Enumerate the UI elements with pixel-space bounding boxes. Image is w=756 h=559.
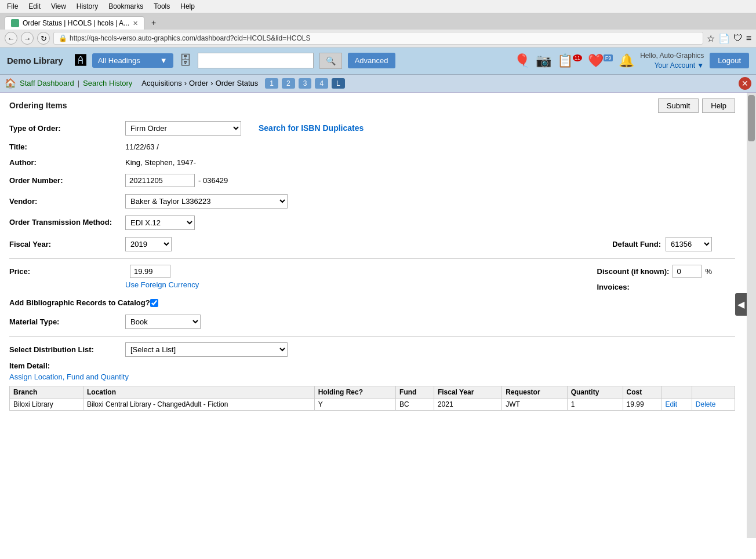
col-location: Location (83, 386, 315, 399)
submit-button[interactable]: Submit (658, 98, 699, 113)
close-button[interactable]: ✕ (739, 77, 751, 90)
balloon-icon[interactable]: 🎈 (514, 53, 530, 68)
reader-icon[interactable]: 📄 (718, 33, 730, 44)
home-icon[interactable]: 🏠 (5, 78, 16, 89)
list-icon[interactable]: 📋11 (557, 53, 582, 68)
menu-bookmarks[interactable]: Bookmarks (104, 1, 148, 12)
col-action1 (662, 386, 692, 399)
menu-file[interactable]: File (2, 1, 23, 12)
nav-search-history[interactable]: Search History (83, 79, 132, 87)
menu-view[interactable]: View (46, 1, 71, 12)
nav-separator-1: | (78, 79, 79, 87)
camera-icon[interactable]: 📷 (536, 53, 551, 68)
edit-link[interactable]: Edit (665, 400, 677, 408)
help-button[interactable]: Help (702, 98, 735, 113)
delete-link[interactable]: Delete (696, 400, 716, 408)
ordering-header: Ordering Items Submit Help (9, 98, 747, 113)
menu-tools[interactable]: Tools (149, 1, 175, 12)
default-fund-label: Default Fund: (612, 240, 661, 249)
headings-dropdown[interactable]: All Headings ▼ (92, 53, 173, 68)
search-input[interactable] (198, 53, 314, 68)
advanced-button[interactable]: Advanced (348, 53, 395, 68)
dropdown-arrow-icon: ▼ (160, 56, 168, 65)
side-collapse-button[interactable]: ◀ (735, 293, 747, 316)
ordering-title: Ordering Items (9, 101, 67, 110)
nav-bar: 🏠 Staff Dashboard | Search History Acqui… (0, 75, 756, 93)
address-field[interactable]: 🔒 https://qa-hcols-verso.auto-graphics.c… (53, 32, 703, 45)
bookmark-icon[interactable]: ☆ (707, 33, 715, 44)
type-of-order-select[interactable]: Firm Order Standing Order Approval (125, 121, 241, 136)
distribution-select[interactable]: [Select a List] (125, 342, 288, 357)
forward-button[interactable]: → (21, 32, 34, 45)
logout-button[interactable]: Logout (710, 53, 749, 68)
menu-edit[interactable]: Edit (24, 1, 45, 12)
fiscal-year-label: Fiscal Year: (9, 240, 125, 249)
step-3-button[interactable]: 3 (299, 78, 312, 89)
order-number-suffix: - 036429 (198, 176, 228, 185)
col-action2 (692, 386, 735, 399)
step-l-button[interactable]: L (332, 78, 345, 89)
database-icon[interactable]: 🗄 (179, 53, 192, 68)
discount-label: Discount (if known): (597, 267, 670, 276)
assign-location-link[interactable]: Assign Location, Fund and Quantity (9, 372, 129, 381)
scrollbar-thumb[interactable] (748, 95, 755, 141)
user-section: Hello, Auto-Graphics Your Account ▼ (640, 51, 704, 71)
table-row: Biloxi LibraryBiloxi Central Library - C… (10, 399, 735, 411)
discount-section: Discount (if known): 0 % Invoices: (597, 265, 736, 291)
tab-icon (11, 19, 19, 27)
form-section: Type of Order: Firm Order Standing Order… (9, 121, 747, 411)
use-foreign-currency-link[interactable]: Use Foreign Currency (125, 280, 199, 289)
refresh-button[interactable]: ↻ (37, 32, 50, 45)
order-number-label: Order Number: (9, 176, 125, 185)
type-of-order-row: Type of Order: Firm Order Standing Order… (9, 121, 735, 136)
vendor-select[interactable]: Baker & Taylor L336223 (125, 194, 288, 209)
shield-icon[interactable]: 🛡 (733, 33, 743, 43)
browser-tab[interactable]: Order Status | HCOLS | hcols | A... ✕ (5, 16, 144, 30)
col-cost: Cost (623, 386, 662, 399)
item-detail-label: Item Detail: (9, 361, 735, 370)
fiscal-year-select[interactable]: 2019 2020 2021 (125, 237, 172, 251)
user-greeting: Hello, Auto-Graphics (640, 51, 704, 61)
add-bib-checkbox[interactable] (150, 299, 158, 307)
account-dropdown[interactable]: Your Account ▼ (640, 61, 704, 71)
address-bar-row: ← → ↻ 🔒 https://qa-hcols-verso.auto-grap… (0, 30, 756, 48)
percent-sign: % (705, 267, 712, 276)
address-text: https://qa-hcols-verso.auto-graphics.com… (70, 34, 311, 42)
step-1-button[interactable]: 1 (265, 78, 278, 89)
order-number-input[interactable]: 20211205 (125, 174, 195, 187)
tab-bar: Order Status | HCOLS | hcols | A... ✕ + (0, 13, 756, 30)
scrollbar[interactable] (747, 93, 756, 538)
menu-help[interactable]: Help (176, 1, 199, 12)
breadcrumb-acquisitions: Acquisitions (141, 79, 181, 87)
step-2-button[interactable]: 2 (282, 78, 295, 89)
back-button[interactable]: ← (5, 32, 17, 45)
divider-1 (9, 258, 735, 259)
default-fund-select[interactable]: 61356 (666, 237, 712, 251)
step-4-button[interactable]: 4 (315, 78, 328, 89)
col-quantity: Quantity (567, 386, 623, 399)
nav-staff-dashboard[interactable]: Staff Dashboard (20, 79, 74, 87)
title-row: Title: 11/22/63 / (9, 143, 735, 151)
translate-icon[interactable]: 🅰 (75, 54, 86, 67)
breadcrumb-sep-2: › (210, 79, 213, 87)
select-distribution-label: Select Distribution List: (9, 345, 125, 355)
tab-close-icon[interactable]: ✕ (133, 20, 138, 27)
col-requestor: Requestor (502, 386, 567, 399)
menu-history[interactable]: History (72, 1, 103, 12)
search-button[interactable]: 🔍 (319, 53, 342, 69)
order-transmission-select[interactable]: EDI X.12 (125, 215, 195, 230)
material-type-select[interactable]: Book DVD Magazine (125, 315, 201, 329)
material-type-label: Material Type: (9, 317, 125, 326)
notifications-icon[interactable]: 🔔 (619, 53, 634, 68)
discount-input[interactable]: 0 (673, 265, 702, 278)
favorites-icon[interactable]: ❤️F9 (588, 53, 613, 68)
search-isbn-link[interactable]: Search for ISBN Duplicates (259, 123, 364, 133)
lock-icon: 🔒 (59, 34, 67, 42)
author-value: King, Stephen, 1947- (125, 158, 196, 167)
new-tab-button[interactable]: + (147, 16, 161, 30)
price-input[interactable]: 19.99 (130, 265, 170, 278)
add-bib-row: Add Bibliographic Records to Catalog? (9, 298, 735, 308)
distribution-row: Select Distribution List: [Select a List… (9, 342, 735, 357)
author-label: Author: (9, 158, 125, 167)
browser-menu-icon[interactable]: ≡ (746, 33, 751, 43)
